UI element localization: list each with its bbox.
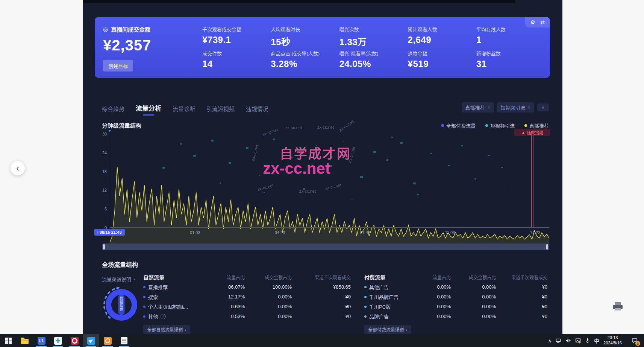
channel-dot — [364, 286, 367, 288]
taskbar-app-red-ring-app[interactable] — [66, 334, 83, 347]
tab-违规情况[interactable]: 违规情况 — [246, 105, 268, 116]
watermark-small: zx-cc.net — [285, 125, 302, 130]
table-row: 直播推荐86.07%100.00%¥858.65 — [143, 283, 351, 291]
metric-label: 成交件数 — [202, 50, 266, 57]
noise-dot — [505, 186, 506, 186]
metric-label: 人均观看时长 — [271, 26, 335, 33]
legend-item[interactable]: 全部付费流量 — [441, 122, 476, 129]
cell-value: 0.00% — [245, 294, 292, 300]
channel-label: 搜索 — [148, 293, 158, 300]
noise-dot — [461, 145, 463, 146]
channel-dot — [143, 315, 145, 318]
traffic-donut-chart: 直播推荐 — [103, 286, 140, 324]
table-footer-link[interactable]: 全部付费流量渠道› — [364, 325, 411, 334]
system-tray: ∧ 中 23:13 2024/8/16 3 — [548, 334, 644, 347]
carousel-prev-button[interactable]: ‹ — [11, 161, 25, 175]
printer-icon[interactable] — [613, 302, 623, 312]
y-tick-label: 30 — [102, 132, 107, 136]
channel-help-link[interactable]: 流量渠道说明 › — [102, 275, 135, 283]
photos-tray-icon[interactable] — [575, 338, 581, 344]
screen: ‹ ⚙ ⇄ ◎ 直播间成交金额 ¥2,357 创建目标 千次观看成交金额¥739… — [0, 0, 644, 347]
time-range-slider[interactable] — [102, 244, 549, 250]
tab-流量诊断[interactable]: 流量诊断 — [173, 105, 195, 116]
taskbar-app-orange-dot-app[interactable] — [99, 334, 116, 347]
metric-label: 商品点击-成交率(人数) — [271, 50, 335, 57]
metric-value: 31 — [476, 59, 540, 69]
filter-tag[interactable]: 直播推荐× — [462, 102, 494, 113]
taskbar-clock[interactable]: 23:13 2024/8/16 — [603, 335, 622, 346]
create-goal-button[interactable]: 创建目标 — [103, 60, 133, 72]
close-icon[interactable]: × — [528, 105, 530, 110]
swap-metrics-icon[interactable]: ⇄ — [540, 20, 545, 25]
slider-left-handle[interactable] — [103, 244, 105, 250]
table-header-row: 自然流量流量占比成交金额占比渠道千次观看成交 — [143, 273, 351, 281]
tab-引流短视频[interactable]: 引流短视频 — [206, 105, 235, 116]
tab-流量分析[interactable]: 流量分析 — [136, 103, 161, 116]
x-axis-line — [110, 227, 549, 228]
slider-right-handle[interactable] — [546, 244, 548, 250]
cell-value: ¥0 — [292, 304, 351, 309]
settings-gear-icon[interactable]: ⚙ — [530, 20, 535, 25]
metric-cell: 退款金额¥519 — [408, 50, 472, 74]
table-section-title: 自然流量 — [143, 273, 218, 281]
y-axis-ticks: 3024181260 — [94, 134, 107, 228]
metric-cell: 千次观看成交金额¥739.1 — [202, 26, 266, 50]
cell-value: ¥0 — [292, 314, 351, 319]
action-center-button[interactable]: 3 — [628, 334, 641, 347]
table-row: 个人主页&店铺&...0.63%0.00%¥0 — [143, 303, 351, 310]
taskbar-app-notepad[interactable] — [116, 334, 132, 347]
watermark-small: zx-cc.net — [338, 119, 355, 132]
metric-value: 15秒 — [271, 35, 335, 48]
x-axis: 08/15 21:43 01:0304:2307:4311:0314:23 — [110, 230, 549, 237]
metric-value: 24.05% — [339, 59, 403, 69]
metric-cell: 新增粉丝数31 — [476, 50, 540, 74]
tab-综合趋势[interactable]: 综合趋势 — [102, 105, 124, 116]
filter-dropdown[interactable]: ∨ — [537, 103, 549, 111]
taskbar-app-teal-cross-app[interactable]: ✚ — [50, 334, 66, 347]
donut-center-label: 直播推荐 — [118, 295, 125, 315]
noise-dot — [430, 153, 432, 154]
volume-icon[interactable] — [565, 338, 571, 343]
taskbar-app-file-explorer[interactable] — [17, 334, 33, 347]
column-header: 渠道千次观看成交 — [496, 274, 547, 280]
close-icon[interactable]: × — [488, 105, 490, 110]
metric-value: ¥739.1 — [202, 35, 266, 45]
x-tick-label: 04:23 — [275, 230, 285, 235]
ime-indicator[interactable]: 中 — [594, 337, 599, 344]
window-top-strip — [83, 0, 515, 3]
noise-dot — [400, 142, 403, 144]
legend-item[interactable]: 短视频引流 — [485, 122, 515, 129]
cell-value: 0.00% — [451, 304, 496, 309]
noise-dot — [273, 138, 275, 140]
metric-value: 14 — [202, 59, 266, 69]
filter-tag[interactable]: 短视频引流× — [497, 102, 534, 113]
channel-name: 千川品牌广告 — [364, 293, 421, 300]
table-row: 品牌广告0.00%0.00%¥0 — [364, 313, 547, 320]
donut-dash-segment — [103, 301, 105, 304]
legend-item[interactable]: 直播推荐 — [524, 122, 549, 129]
channel-label: 千川PC版 — [369, 303, 391, 310]
channel-name: 千川PC版 — [364, 303, 421, 310]
cell-value: 0.53% — [218, 314, 245, 319]
taskbar-app-blue-arrow-app[interactable] — [83, 334, 99, 347]
taskbar-app-blue-l1-app[interactable]: L1 — [33, 334, 50, 347]
column-header: 流量占比 — [218, 274, 245, 280]
channel-label: 品牌广告 — [369, 313, 389, 320]
legend-label: 直播推荐 — [529, 122, 549, 129]
range-start-badge[interactable]: 08/15 21:43 — [94, 229, 125, 236]
channel-label: 直播推荐 — [148, 283, 168, 291]
network-icon[interactable] — [556, 338, 561, 343]
metric-value: 1.33万 — [339, 35, 403, 48]
y-tick-label: 6 — [105, 207, 107, 211]
taskbar-app-windows-start[interactable] — [0, 334, 17, 347]
help-icon[interactable]: ? — [161, 314, 166, 319]
tray-chevron-up-icon[interactable]: ∧ — [548, 338, 552, 344]
noise-dot — [386, 159, 388, 161]
microphone-icon[interactable] — [585, 338, 590, 344]
chart-legend: 全部付费流量短视频引流直播推荐 — [441, 122, 549, 129]
table-footer-link[interactable]: 全部自然流量渠道› — [143, 325, 190, 334]
metric-label: 千次观看成交金额 — [202, 26, 266, 33]
noise-dot — [162, 167, 165, 169]
cell-value: 0.63% — [218, 304, 245, 309]
target-icon: ◎ — [103, 26, 108, 33]
